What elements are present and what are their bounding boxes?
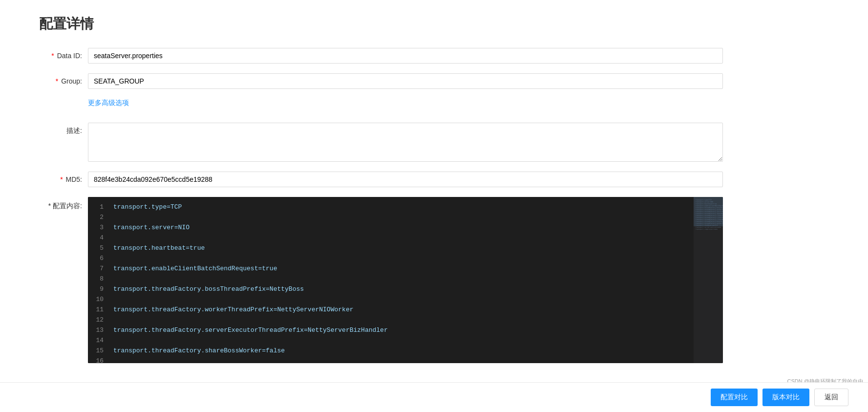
config-compare-button[interactable]: 配置对比	[711, 389, 758, 406]
group-label: * Group:	[39, 73, 88, 89]
config-content-row: * 配置内容: 12345678910111213141516 transpor…	[39, 197, 848, 363]
config-content-label: * 配置内容:	[39, 197, 88, 211]
code-line: transport.threadFactory.workerThreadPref…	[113, 304, 689, 315]
group-row: * Group:	[39, 73, 848, 89]
group-required: *	[56, 77, 58, 85]
minimap: transport.type=TCP transport.server=NIO …	[694, 197, 723, 363]
line-numbers: 12345678910111213141516	[88, 197, 108, 363]
md5-row: * MD5:	[39, 172, 848, 187]
md5-input[interactable]	[88, 172, 723, 187]
code-content[interactable]: transport.type=TCP transport.server=NIO …	[108, 197, 694, 363]
code-editor: 12345678910111213141516 transport.type=T…	[88, 197, 723, 363]
version-compare-button[interactable]: 版本对比	[762, 389, 809, 406]
code-editor-wrapper[interactable]: 12345678910111213141516 transport.type=T…	[88, 197, 723, 363]
md5-required: *	[60, 175, 63, 183]
data-id-row: * Data ID:	[39, 48, 848, 64]
md5-label: * MD5:	[39, 172, 88, 187]
description-row: 描述:	[39, 123, 848, 162]
group-input[interactable]	[88, 73, 723, 89]
code-line: transport.threadFactory.bossThreadPrefix…	[113, 284, 689, 294]
code-line: transport.enableClientBatchSendRequest=t…	[113, 263, 689, 274]
code-line: transport.threadFactory.serverExecutorTh…	[113, 325, 689, 335]
data-id-label: * Data ID:	[39, 48, 88, 64]
back-button[interactable]: 返回	[814, 389, 848, 406]
description-textarea[interactable]	[88, 123, 723, 162]
description-label: 描述:	[39, 123, 88, 138]
advanced-options-link[interactable]: 更多高级选项	[88, 99, 129, 108]
data-id-required: *	[51, 52, 54, 60]
page-title: 配置详情	[39, 15, 848, 33]
minimap-highlight	[694, 197, 723, 226]
data-id-input[interactable]	[88, 48, 723, 64]
code-line: transport.server=NIO	[113, 222, 689, 233]
page-wrapper: 配置详情 * Data ID: * Group: 更多高级选项 描述: * MD…	[0, 0, 868, 412]
code-line: transport.type=TCP	[113, 202, 689, 212]
code-line: transport.heartbeat=true	[113, 243, 689, 253]
bottom-bar: 配置对比 版本对比 返回	[0, 382, 868, 412]
code-line: transport.threadFactory.shareBossWorker=…	[113, 346, 689, 356]
